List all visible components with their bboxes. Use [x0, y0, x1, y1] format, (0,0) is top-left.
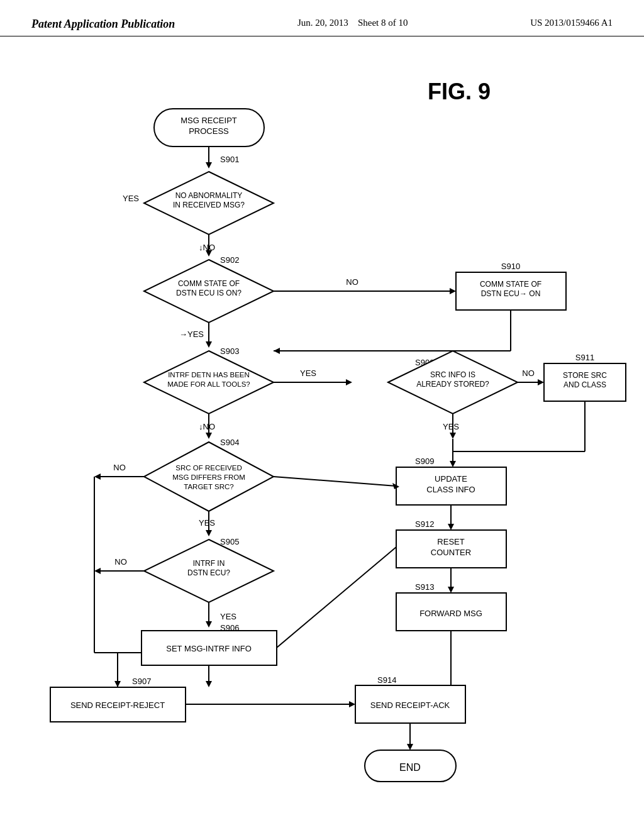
s901-label: S901 [220, 155, 239, 164]
date-sheet: Jun. 20, 2013 Sheet 8 of 10 [297, 18, 408, 28]
arrowhead-s904-no [94, 473, 101, 480]
arrowhead-s903-yes [346, 379, 352, 385]
flowchart-svg: FIG. 9 MSG RECEIPT PROCESS S901 NO ABNOR… [0, 36, 644, 816]
s904-yes-label: YES [199, 518, 215, 528]
s905-yes-label: YES [220, 612, 236, 621]
s911-label: S911 [575, 353, 594, 362]
arrowhead-s906-down [206, 681, 212, 687]
s903-label: S903 [220, 346, 239, 356]
s902-no-label: NO [346, 277, 358, 287]
s904-text1: SRC OF RECEIVED [175, 464, 242, 472]
s904-text3: TARGET SRC? [184, 483, 233, 490]
s903-text2: MADE FOR ALL TOOLS? [167, 380, 250, 388]
s909-label: S909 [415, 456, 434, 466]
start-label-2: PROCESS [189, 126, 229, 136]
arrowhead-merge-s909 [450, 461, 456, 467]
s914-label: S914 [377, 675, 396, 685]
s906-text: SET MSG-INTRF INFO [166, 644, 252, 653]
figure-title: FIG. 9 [428, 79, 491, 104]
arrowhead-down-s907 [114, 681, 121, 687]
arrowhead-s905-no [94, 568, 101, 574]
s904-no-label: NO [113, 463, 126, 472]
arrowhead-s909-s912 [448, 524, 454, 530]
s913-text1: FORWARD MSG [419, 609, 482, 618]
publication-label: Patent Application Publication [31, 18, 175, 31]
s902-yes-label: →YES [179, 329, 204, 339]
date: Jun. 20, 2013 [297, 18, 348, 28]
arrowhead-s908-no [538, 379, 544, 385]
sheet: Sheet 8 of 10 [358, 18, 408, 28]
arrowhead-s902-no [450, 288, 456, 294]
s903-text1: INTRF DETN HAS BEEN [168, 371, 250, 379]
s913-label: S913 [415, 582, 434, 592]
arrowhead-s910-s903 [274, 348, 280, 354]
s910-label: S910 [501, 262, 520, 271]
arrowhead-s903-no [206, 433, 212, 439]
arrowhead-s904-yes [206, 530, 212, 536]
s908-text2: ALREADY STORED? [416, 380, 489, 389]
arrowhead-s912-s913 [448, 587, 454, 593]
s902-text1: COMM STATE OF [178, 279, 240, 288]
s908-text1: SRC INFO IS [430, 370, 475, 379]
s911-text2: AND CLASS [564, 380, 606, 389]
arrow-s904-s909 [274, 477, 396, 486]
patent-number: US 2013/0159466 A1 [530, 18, 613, 28]
s901-yes-label: YES [123, 194, 139, 203]
s904-text2: MSG DIFFERS FROM [172, 473, 245, 481]
s909-text2: CLASS INFO [426, 485, 475, 494]
arrowhead-s905-yes [206, 621, 212, 628]
arrowhead-s908-yes [450, 433, 456, 439]
s908-no-label: NO [522, 368, 535, 378]
s902-label: S902 [220, 255, 239, 265]
s901-text2: IN RECEIVED MSG? [173, 201, 245, 209]
start-label-1: MSG RECEIPT [180, 116, 237, 125]
s914-text: SEND RECEIPT-ACK [370, 700, 450, 710]
s912-text1: RESET [437, 537, 464, 546]
s909-text1: UPDATE [435, 474, 467, 484]
page-header: Patent Application Publication Jun. 20, … [0, 0, 644, 36]
flowchart-diagram: FIG. 9 MSG RECEIPT PROCESS S901 NO ABNOR… [0, 36, 644, 816]
s901-text1: NO ABNORMALITY [175, 191, 243, 200]
arrow-s906-s912-connect [277, 547, 396, 648]
s908-yes-label: YES [443, 422, 459, 431]
s905-text2: DSTN ECU? [187, 568, 230, 577]
s905-no-label: NO [114, 557, 127, 567]
s912-text2: COUNTER [431, 548, 471, 557]
s901-no-label: ↓NO [199, 243, 215, 252]
s910-text1: COMM STATE OF [480, 280, 541, 289]
s905-text1: INTRF IN [193, 559, 225, 568]
arrowhead-start-s901 [206, 162, 212, 169]
s910-text2: DSTN ECU→ ON [481, 289, 541, 298]
s902-text2: DSTN ECU IS ON? [176, 289, 242, 297]
s911-text1: STORE SRC [563, 371, 607, 380]
arrowhead-s914-end [407, 744, 413, 750]
s907-label: S907 [132, 677, 151, 686]
end-text: END [399, 762, 421, 773]
s904-label: S904 [220, 438, 239, 447]
s903-yes-label: YES [300, 368, 316, 378]
s912-label: S912 [415, 519, 434, 529]
arrowhead-s907-s914 [349, 701, 355, 707]
s907-text: SEND RECEIPT-REJECT [70, 700, 165, 710]
s903-no-label: ↓NO [199, 422, 215, 431]
s905-label: S905 [220, 537, 239, 546]
arrowhead-s902-yes [206, 341, 212, 348]
